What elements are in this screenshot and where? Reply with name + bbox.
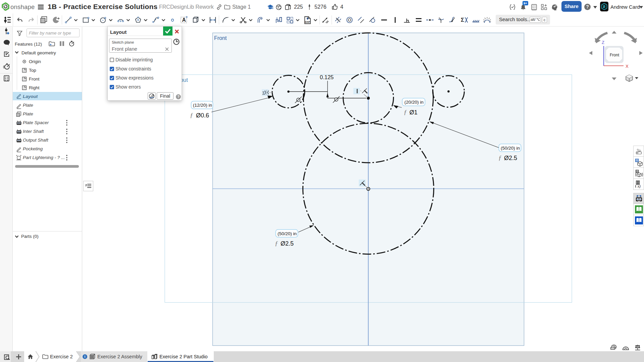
svg-text:Z: Z	[602, 40, 604, 45]
svg-text:Ø1: Ø1	[409, 109, 417, 116]
svg-text:(12/20) in: (12/20) in	[193, 103, 212, 108]
svg-text:(50/20) in: (50/20) in	[501, 146, 520, 151]
svg-text:(50/20) in: (50/20) in	[278, 231, 297, 236]
svg-text:0.125: 0.125	[320, 74, 334, 80]
svg-text:Ø2.5: Ø2.5	[281, 240, 294, 247]
svg-text:(20/20) in: (20/20) in	[404, 100, 424, 105]
svg-text:ƒ: ƒ	[190, 112, 193, 119]
svg-text:Σ: Σ	[262, 91, 265, 96]
svg-text:Front: Front	[610, 53, 620, 57]
svg-text:A: A	[182, 17, 186, 23]
svg-text:x): x)	[637, 184, 641, 188]
svg-text:Ø2.5: Ø2.5	[504, 155, 517, 161]
svg-text:Front: Front	[214, 35, 227, 41]
svg-text:DXF: DXF	[305, 20, 310, 23]
svg-text:ƒ: ƒ	[498, 154, 502, 161]
svg-text:X: X	[626, 64, 629, 69]
svg-text:Σ: Σ	[461, 16, 464, 23]
svg-text:ƒ: ƒ	[275, 240, 278, 247]
svg-text:Ø0.6: Ø0.6	[196, 112, 209, 119]
svg-text:ƒ: ƒ	[404, 109, 407, 116]
